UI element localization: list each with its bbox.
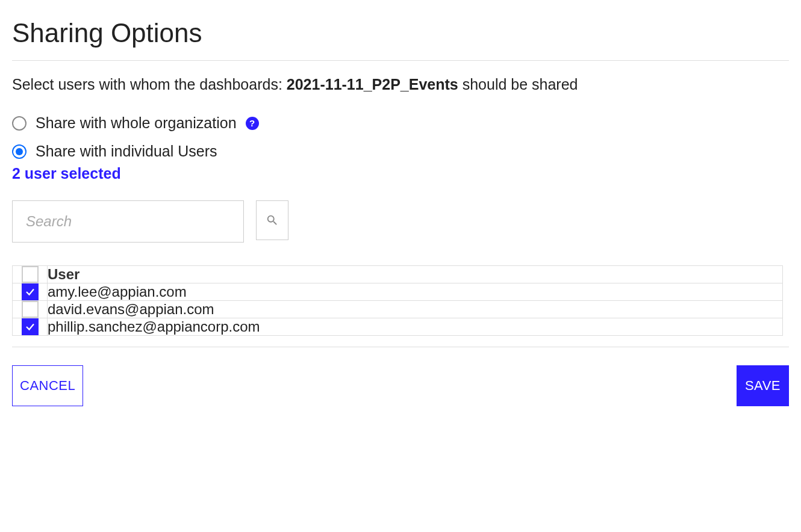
search-row xyxy=(12,200,789,243)
check-icon xyxy=(25,321,36,332)
radio-whole-org[interactable] xyxy=(12,116,26,131)
subtitle-suffix: should be shared xyxy=(458,76,578,93)
table-row: phillip.sanchez@appiancorp.com xyxy=(13,318,783,336)
check-icon xyxy=(25,286,36,297)
share-radio-group: Share with whole organization ? Share wi… xyxy=(12,114,789,160)
radio-individuals-row: Share with individual Users xyxy=(12,143,789,160)
select-all-checkbox[interactable] xyxy=(22,266,39,283)
search-icon xyxy=(266,214,279,227)
subtitle-prefix: Select users with whom the dashboards: xyxy=(12,76,287,93)
help-icon[interactable]: ? xyxy=(246,117,259,130)
save-button[interactable]: SAVE xyxy=(737,365,789,406)
title-divider xyxy=(12,60,789,61)
row-checkbox[interactable] xyxy=(22,301,39,318)
selected-count: 2 user selected xyxy=(12,165,789,182)
search-input[interactable] xyxy=(12,200,244,243)
table-row: david.evans@appian.com xyxy=(13,301,783,318)
radio-individuals[interactable] xyxy=(12,144,26,159)
user-email: amy.lee@appian.com xyxy=(48,283,783,301)
radio-individuals-label: Share with individual Users xyxy=(36,143,217,160)
select-all-cell xyxy=(13,266,48,283)
user-column-header: User xyxy=(48,266,783,283)
user-table: User amy.lee@appian.com david.evans@appi… xyxy=(12,265,783,336)
subtitle-dashboard-name: 2021-11-11_P2P_Events xyxy=(287,76,458,93)
table-row: amy.lee@appian.com xyxy=(13,283,783,301)
footer: CANCEL SAVE xyxy=(12,365,789,406)
user-email: david.evans@appian.com xyxy=(48,301,783,318)
radio-whole-org-row: Share with whole organization ? xyxy=(12,114,789,132)
table-header-row: User xyxy=(13,266,783,283)
radio-whole-org-label: Share with whole organization xyxy=(36,114,237,132)
subtitle: Select users with whom the dashboards: 2… xyxy=(12,76,789,93)
row-checkbox[interactable] xyxy=(22,318,39,335)
search-button[interactable] xyxy=(256,200,288,240)
footer-divider xyxy=(12,347,789,347)
user-email: phillip.sanchez@appiancorp.com xyxy=(48,318,783,336)
page-title: Sharing Options xyxy=(12,18,789,48)
cancel-button[interactable]: CANCEL xyxy=(12,365,83,406)
row-checkbox[interactable] xyxy=(22,283,39,300)
